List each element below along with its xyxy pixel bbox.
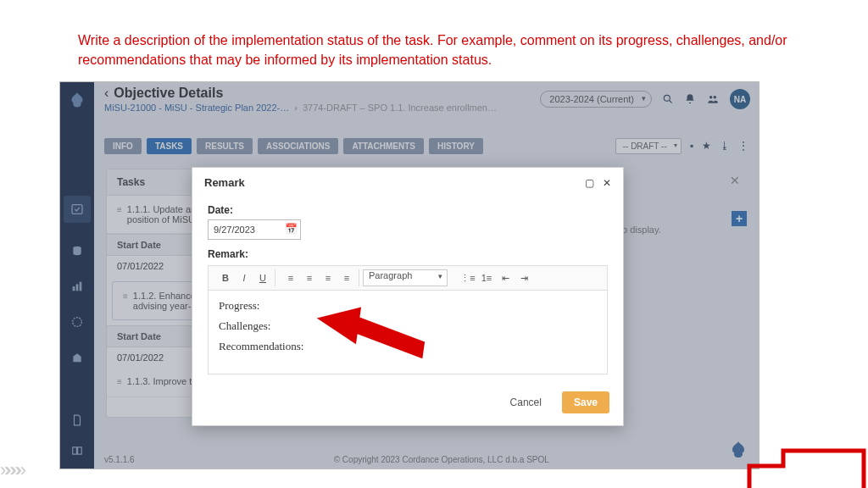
calendar-icon[interactable]: 📅 xyxy=(285,223,298,235)
bullet-list-icon[interactable]: ⋮≡ xyxy=(459,269,476,286)
modal-title: Remark xyxy=(204,176,245,189)
decorative-chevrons-icon: »»»» xyxy=(0,459,21,481)
instruction-text: Write a description of the implementatio… xyxy=(78,30,834,69)
align-justify-icon[interactable]: ≡ xyxy=(338,269,355,286)
number-list-icon[interactable]: 1≡ xyxy=(478,269,495,286)
align-right-icon[interactable]: ≡ xyxy=(320,269,337,286)
app-frame: ‹ Objective Details MiSU-21000 - MiSU - … xyxy=(59,81,760,469)
close-icon[interactable]: ✕ xyxy=(603,177,611,189)
remark-label: Remark: xyxy=(208,248,608,260)
editor-line: Progress: xyxy=(219,299,597,313)
cancel-button[interactable]: Cancel xyxy=(498,391,554,413)
remark-modal: Remark ▢ ✕ Date: 📅 Remark: B I U ≡ xyxy=(192,167,624,426)
indent-icon[interactable]: ⇥ xyxy=(515,269,532,286)
remark-editor[interactable]: Progress: Challenges: Recommendations: xyxy=(208,290,608,374)
format-select[interactable]: Paragraph xyxy=(363,269,448,286)
align-center-icon[interactable]: ≡ xyxy=(301,269,318,286)
editor-line: Recommendations: xyxy=(219,340,597,353)
bold-icon[interactable]: B xyxy=(217,269,234,286)
maximize-icon[interactable]: ▢ xyxy=(585,177,594,189)
date-label: Date: xyxy=(208,204,608,216)
editor-line: Challenges: xyxy=(219,319,597,333)
decorative-corner-icon xyxy=(732,441,868,488)
outdent-icon[interactable]: ⇤ xyxy=(497,269,514,286)
editor-toolbar: B I U ≡ ≡ ≡ ≡ Paragraph ⋮≡ 1≡ ⇤ ⇥ xyxy=(208,265,608,290)
align-left-icon[interactable]: ≡ xyxy=(282,269,299,286)
underline-icon[interactable]: U xyxy=(254,269,271,286)
italic-icon[interactable]: I xyxy=(236,269,253,286)
save-button[interactable]: Save xyxy=(562,391,609,413)
